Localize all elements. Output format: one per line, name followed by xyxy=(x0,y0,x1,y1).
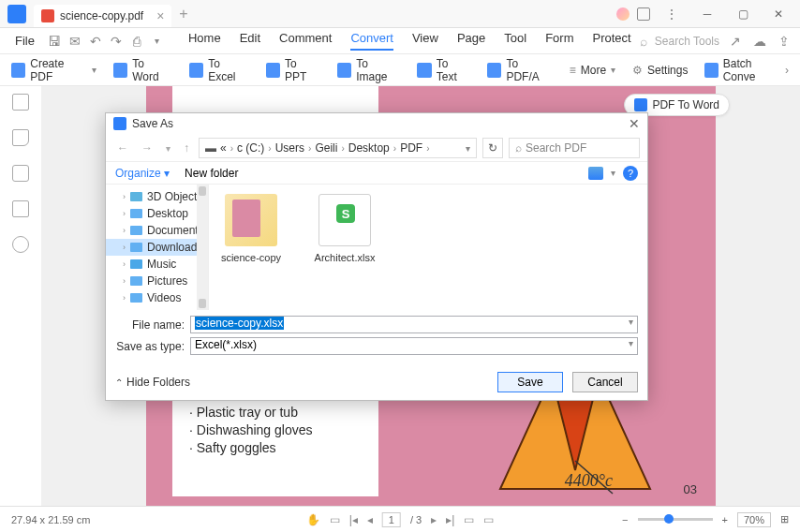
save-icon[interactable]: 🖫 xyxy=(46,33,63,50)
close-window-button[interactable]: ✕ xyxy=(764,7,793,21)
tab-close-icon[interactable]: × xyxy=(156,8,164,23)
fit-page-icon[interactable]: ▭ xyxy=(464,513,474,526)
file-item-folder[interactable]: science-copy xyxy=(218,194,284,263)
print-icon[interactable]: ⎙ xyxy=(128,33,145,50)
list-item: · Plastic tray or tub xyxy=(189,404,313,421)
undo-icon[interactable]: ↶ xyxy=(87,33,104,50)
breadcrumb[interactable]: Geili xyxy=(315,141,337,155)
nav-back-icon[interactable]: ← xyxy=(113,141,132,155)
tab-view[interactable]: View xyxy=(412,31,438,51)
first-page-icon[interactable]: |◂ xyxy=(349,513,358,526)
search-icon[interactable]: ⌕ xyxy=(640,34,647,49)
breadcrumb[interactable]: c (C:) xyxy=(237,141,264,155)
breadcrumb[interactable]: PDF xyxy=(400,141,422,155)
attachment-icon[interactable] xyxy=(12,200,29,217)
to-text-button[interactable]: To Text xyxy=(417,57,470,83)
search-panel-icon[interactable] xyxy=(12,236,29,253)
zoom-value[interactable]: 70% xyxy=(737,512,771,527)
view-mode-icon[interactable]: ⊞ xyxy=(780,513,789,525)
breadcrumb-path[interactable]: ▬ «› c (C:)› Users› Geili› Desktop› PDF›… xyxy=(199,138,477,158)
to-word-button[interactable]: To Word xyxy=(113,57,172,83)
hide-folders-button[interactable]: ⌃Hide Folders xyxy=(115,376,190,389)
nav-forward-icon[interactable]: → xyxy=(138,141,156,155)
view-mode-button[interactable] xyxy=(588,167,603,180)
chevron-down-icon[interactable]: ▾ xyxy=(149,33,166,50)
tree-item-3d-objects[interactable]: ›3D Objects xyxy=(106,188,208,205)
nav-up-icon[interactable]: ↑ xyxy=(180,141,193,155)
tab-comment[interactable]: Comment xyxy=(279,31,332,51)
tree-item-desktop[interactable]: ›Desktop xyxy=(106,205,208,222)
user-avatar-icon[interactable] xyxy=(616,7,630,21)
file-name-label: Architect.xlsx xyxy=(312,252,378,263)
refresh-icon[interactable]: ↻ xyxy=(482,138,503,158)
view-dropdown-icon[interactable]: ▾ xyxy=(611,168,615,178)
to-ppt-label: To PPT xyxy=(285,57,320,83)
zoom-slider[interactable] xyxy=(638,518,713,521)
file-name-input[interactable]: science-copy.xlsx▾ xyxy=(190,316,638,333)
file-item-xlsx[interactable]: Architect.xlsx xyxy=(312,194,378,263)
new-tab-button[interactable]: + xyxy=(179,6,187,22)
document-tab[interactable]: science-copy.pdf × xyxy=(34,5,171,27)
tree-item-documents[interactable]: ›Documents xyxy=(106,222,208,239)
open-external-icon[interactable]: ↗ xyxy=(727,33,744,50)
redo-icon[interactable]: ↷ xyxy=(108,33,125,50)
new-folder-button[interactable]: New folder xyxy=(185,167,238,180)
titlebar-icon[interactable] xyxy=(637,7,650,21)
batch-convert-button[interactable]: Batch Conve› xyxy=(704,57,789,83)
search-tools-placeholder[interactable]: Search Tools xyxy=(655,35,719,48)
mail-icon[interactable]: ✉ xyxy=(67,33,83,50)
tab-convert[interactable]: Convert xyxy=(350,31,393,51)
to-pdfa-button[interactable]: To PDF/A xyxy=(487,57,553,83)
dialog-close-icon[interactable]: ✕ xyxy=(629,116,640,131)
file-list[interactable]: science-copy Architect.xlsx xyxy=(209,185,647,310)
tree-item-pictures[interactable]: ›Pictures xyxy=(106,273,208,289)
more-button[interactable]: ≡More▾ xyxy=(570,57,615,83)
thumbnails-icon[interactable] xyxy=(12,94,29,111)
save-button[interactable]: Save xyxy=(497,372,563,392)
comment-panel-icon[interactable] xyxy=(12,165,29,182)
breadcrumb[interactable]: « xyxy=(220,141,227,155)
save-type-select[interactable]: Excel(*.xlsx)▾ xyxy=(190,337,638,355)
tab-home[interactable]: Home xyxy=(188,31,221,51)
tree-scrollbar[interactable] xyxy=(197,185,208,310)
tab-protect[interactable]: Protect xyxy=(592,31,630,51)
minimize-button[interactable]: ─ xyxy=(693,7,721,21)
prev-page-icon[interactable]: ◂ xyxy=(367,513,373,526)
breadcrumb[interactable]: Users xyxy=(275,141,304,155)
share-icon[interactable]: ⇪ xyxy=(776,33,793,50)
fit-width-icon[interactable]: ▭ xyxy=(483,513,494,526)
hand-tool-icon[interactable]: ✋ xyxy=(306,513,320,526)
help-icon[interactable]: ? xyxy=(623,166,638,181)
dialog-titlebar[interactable]: Save As ✕ xyxy=(106,113,647,135)
zoom-in-icon[interactable]: + xyxy=(722,514,728,525)
select-tool-icon[interactable]: ▭ xyxy=(330,513,340,526)
cancel-button[interactable]: Cancel xyxy=(572,372,638,392)
to-image-button[interactable]: To Image xyxy=(337,57,401,83)
to-excel-button[interactable]: To Excel xyxy=(189,57,249,83)
dialog-search-input[interactable]: ⌕ Search PDF xyxy=(509,138,640,158)
tab-tool[interactable]: Tool xyxy=(504,31,526,51)
tab-edit[interactable]: Edit xyxy=(240,31,260,51)
dialog-buttons: ⌃Hide Folders Save Cancel xyxy=(106,364,647,400)
zoom-out-icon[interactable]: − xyxy=(622,514,628,525)
to-ppt-button[interactable]: To PPT xyxy=(266,57,320,83)
tree-item-videos[interactable]: ›Videos xyxy=(106,289,208,306)
last-page-icon[interactable]: ▸| xyxy=(446,513,454,526)
maximize-button[interactable]: ▢ xyxy=(729,7,757,21)
next-page-icon[interactable]: ▸ xyxy=(431,513,437,526)
cloud-icon[interactable]: ☁ xyxy=(751,33,768,50)
tab-form[interactable]: Form xyxy=(545,31,573,51)
tree-item-downloads[interactable]: ›Downloads xyxy=(106,239,208,256)
organize-button[interactable]: Organize ▾ xyxy=(115,167,170,180)
kebab-icon[interactable]: ⋮ xyxy=(658,7,686,21)
bookmark-icon[interactable] xyxy=(12,129,29,146)
create-pdf-button[interactable]: Create PDF▾ xyxy=(11,57,96,83)
nav-recent-icon[interactable]: ▾ xyxy=(162,143,174,154)
tab-page[interactable]: Page xyxy=(457,31,485,51)
breadcrumb[interactable]: Desktop xyxy=(348,141,390,155)
settings-button[interactable]: ⚙Settings xyxy=(632,57,688,83)
tree-item-music[interactable]: ›Music xyxy=(106,256,208,273)
page-input[interactable]: 1 xyxy=(382,512,401,527)
menu-file[interactable]: File xyxy=(7,34,42,48)
path-dropdown-icon[interactable]: ▾ xyxy=(466,143,470,154)
